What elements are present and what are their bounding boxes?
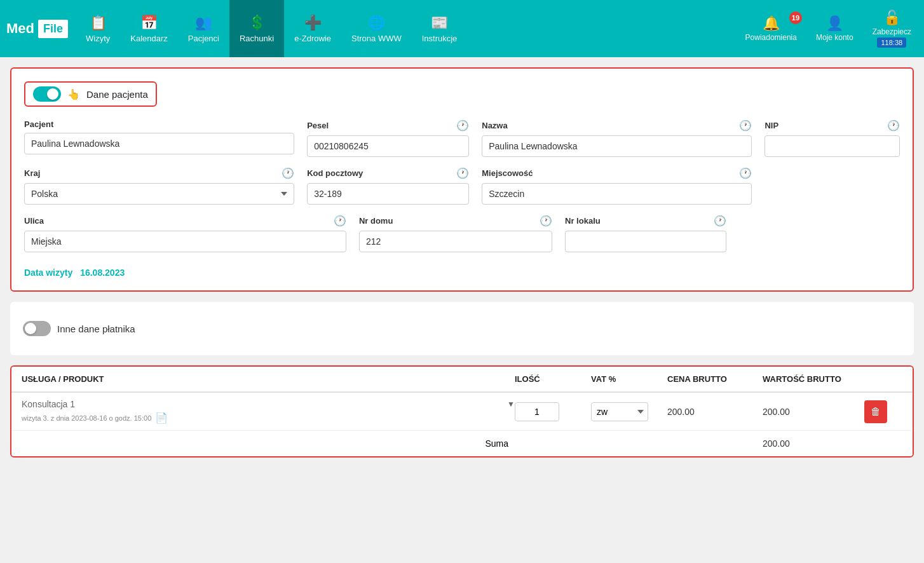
nav-item-strona-www[interactable]: 🌐 Strona WWW: [341, 0, 412, 57]
header-usluga: USŁUGA / PRODUKT: [22, 374, 515, 384]
nav-item-wizyty[interactable]: 📋 Wizyty: [76, 0, 120, 57]
dane-pacjenta-toggle[interactable]: [33, 86, 61, 102]
nazwa-field: Nazwa 🕐: [482, 119, 752, 157]
pacjent-label: Pacjent: [24, 119, 53, 129]
delete-cell: 🗑: [864, 400, 902, 423]
delete-row-button[interactable]: 🗑: [864, 400, 887, 423]
miejscowosc-input[interactable]: [482, 183, 752, 205]
nr-domu-clock-icon[interactable]: 🕐: [540, 215, 552, 227]
nav-item-e-zdrowie[interactable]: ➕ e-Zdrowie: [284, 0, 341, 57]
moje-konto-button[interactable]: 👤 Moje konto: [810, 10, 860, 47]
nr-domu-label: Nr domu: [359, 216, 393, 226]
nav-label-pacjenci: Pacjenci: [188, 34, 219, 43]
nr-domu-field: Nr domu 🕐: [359, 215, 552, 252]
header-wartosc-brutto: WARTOŚĆ BRUTTO: [763, 374, 864, 384]
nav-label-instrukcje: Instrukcje: [422, 34, 458, 43]
nav-right: 🔔 19 Powiadomienia 👤 Moje konto 🔓 Zabezp…: [739, 4, 918, 53]
nav-item-rachunki[interactable]: 💲 Rachunki: [229, 0, 284, 57]
logo[interactable]: Med File: [6, 18, 69, 39]
pacjenci-icon: 👥: [195, 15, 212, 31]
cena-brutto-cell: 200.00: [667, 407, 763, 417]
kraj-field: Kraj 🕐 Polska: [24, 167, 294, 205]
data-wizyty-value: 16.08.2023: [80, 268, 125, 278]
nip-clock-icon[interactable]: 🕐: [887, 119, 900, 132]
vat-cell: zw 0% 5% 8% 23%: [591, 402, 667, 421]
main-content: 👆 Dane pacjenta Pacjent Pesel 🕐 Nazwa: [0, 57, 924, 563]
service-select-row: Konsultacja 1 ▼: [22, 399, 515, 409]
kalendarz-icon: 📅: [140, 15, 158, 31]
kraj-label: Kraj: [24, 168, 40, 178]
suma-actions: [864, 438, 902, 449]
header-actions: [864, 374, 902, 384]
user-icon: 👤: [826, 15, 843, 32]
pacjent-input[interactable]: [24, 133, 294, 154]
data-wizyty: Data wizyty 16.08.2023: [24, 268, 900, 278]
kraj-clock-icon[interactable]: 🕐: [282, 167, 294, 179]
nav-label-wizyty: Wizyty: [86, 34, 110, 43]
navbar: Med File 📋 Wizyty 📅 Kalendarz 👥 Pacjenci…: [0, 0, 924, 57]
ulica-input[interactable]: [24, 231, 346, 252]
miejscowosc-field: Miejscowość 🕐: [482, 167, 752, 205]
pesel-field: Pesel 🕐: [307, 119, 469, 157]
nazwa-clock-icon[interactable]: 🕐: [739, 119, 752, 132]
nav-label-e-zdrowie: e-Zdrowie: [294, 34, 331, 43]
zabezpiecz-label: Zabezpiecz: [873, 27, 911, 36]
document-icon[interactable]: 📄: [155, 412, 168, 424]
suma-vat: [591, 438, 667, 449]
ulica-label: Ulica: [24, 216, 44, 226]
kod-pocztowy-clock-icon[interactable]: 🕐: [456, 167, 469, 179]
powiadomienia-label: Powiadomienia: [745, 33, 797, 42]
moje-konto-label: Moje konto: [816, 33, 853, 42]
suma-ilosc: [515, 438, 591, 449]
ulica-field: Ulica 🕐: [24, 215, 346, 252]
vat-select[interactable]: zw 0% 5% 8% 23%: [591, 402, 648, 421]
nip-input[interactable]: [764, 135, 900, 157]
nav-label-kalendarz: Kalendarz: [130, 34, 168, 43]
nav-items: 📋 Wizyty 📅 Kalendarz 👥 Pacjenci 💲 Rachun…: [76, 0, 739, 57]
table-row: Konsultacja 1 ▼ wizyta 3. z dnia 2023-08…: [11, 393, 913, 431]
ilosc-input[interactable]: [515, 402, 559, 421]
nr-domu-input[interactable]: [359, 231, 552, 252]
visit-info: wizyta 3. z dnia 2023-08-16 o godz. 15:0…: [22, 412, 515, 424]
miejscowosc-label: Miejscowość: [482, 168, 533, 178]
nav-item-pacjenci[interactable]: 👥 Pacjenci: [178, 0, 229, 57]
miejscowosc-clock-icon[interactable]: 🕐: [739, 167, 752, 179]
header-cena-brutto: CENA BRUTTO: [667, 374, 763, 384]
header-vat: VAT %: [591, 374, 667, 384]
rachunki-icon: 💲: [248, 15, 266, 31]
nr-lokalu-field: Nr lokalu 🕐: [565, 215, 726, 252]
service-select[interactable]: Konsultacja 1: [22, 399, 505, 409]
dane-pacjenta-label: Dane pacjenta: [86, 89, 148, 100]
time-display: 118:38: [877, 37, 906, 48]
pesel-clock-icon[interactable]: 🕐: [456, 119, 469, 132]
wartosc-brutto-cell: 200.00: [763, 407, 864, 417]
nazwa-input[interactable]: [482, 135, 752, 157]
pesel-label: Pesel: [307, 121, 329, 130]
kraj-select[interactable]: Polska: [24, 183, 294, 205]
kod-pocztowy-field: Kod pocztowy 🕐: [307, 167, 469, 205]
suma-row: Suma 200.00: [11, 431, 913, 456]
notification-badge: 19: [789, 11, 802, 24]
visit-info-text: wizyta 3. z dnia 2023-08-16 o godz. 15:0…: [22, 414, 151, 422]
table-section: USŁUGA / PRODUKT ILOŚĆ VAT % CENA BRUTTO…: [10, 365, 914, 458]
pesel-input[interactable]: [307, 135, 469, 157]
cursor-icon: 👆: [67, 88, 80, 100]
ulica-clock-icon[interactable]: 🕐: [334, 215, 346, 227]
wizyty-icon: 📋: [90, 15, 107, 31]
inne-dane-toggle[interactable]: [23, 321, 51, 336]
nav-item-kalendarz[interactable]: 📅 Kalendarz: [120, 0, 178, 57]
suma-label: Suma: [485, 438, 508, 449]
kod-pocztowy-input[interactable]: [307, 183, 469, 205]
ilosc-cell: [515, 402, 591, 421]
dropdown-arrow-icon: ▼: [507, 400, 515, 409]
e-zdrowie-icon: ➕: [304, 15, 322, 31]
nr-lokalu-input[interactable]: [565, 231, 726, 252]
zabezpiecz-button[interactable]: 🔓 Zabezpiecz 118:38: [866, 4, 918, 53]
nav-label-strona-www: Strona WWW: [351, 34, 402, 43]
powiadomienia-button[interactable]: 🔔 19 Powiadomienia: [739, 10, 803, 47]
nr-lokalu-clock-icon[interactable]: 🕐: [714, 215, 726, 227]
nav-item-instrukcje[interactable]: 📰 Instrukcje: [412, 0, 468, 57]
placeholder-cell2: [739, 215, 900, 262]
suma-value: 200.00: [763, 438, 864, 449]
kod-pocztowy-label: Kod pocztowy: [307, 168, 363, 178]
